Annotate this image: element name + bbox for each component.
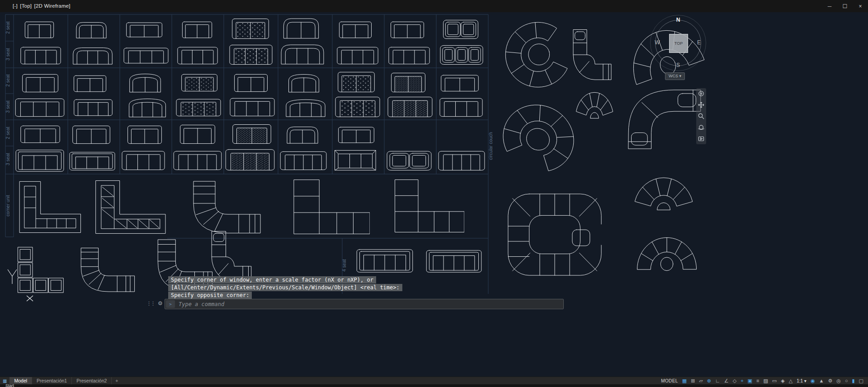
furniture-block[interactable] xyxy=(338,72,375,92)
command-line[interactable]: ＞ Type a command xyxy=(165,299,564,309)
navigation-wheel-icon[interactable] xyxy=(698,90,705,97)
furniture-block[interactable] xyxy=(230,45,272,65)
furniture-block[interactable] xyxy=(73,126,110,143)
furniture-block[interactable] xyxy=(294,180,370,234)
furniture-block[interactable] xyxy=(337,47,378,64)
furniture-block[interactable] xyxy=(289,75,319,92)
furniture-block[interactable] xyxy=(395,180,464,232)
furniture-block[interactable] xyxy=(281,45,324,64)
snap-icon[interactable]: ⊞ xyxy=(691,377,695,384)
lineweight-icon[interactable]: ≡ xyxy=(756,377,759,384)
furniture-block[interactable] xyxy=(443,20,478,38)
furniture-block[interactable] xyxy=(25,22,53,38)
ortho-icon[interactable]: ∟ xyxy=(715,377,720,384)
furniture-block[interactable] xyxy=(335,151,376,170)
furniture-block[interactable] xyxy=(23,74,58,92)
furniture-block[interactable] xyxy=(287,127,318,143)
furniture-block[interactable] xyxy=(573,30,611,80)
furniture-block[interactable] xyxy=(20,181,81,232)
furniture-block[interactable] xyxy=(441,75,479,91)
furniture-block[interactable] xyxy=(339,22,371,38)
furniture-block[interactable] xyxy=(129,99,166,117)
furniture-block[interactable] xyxy=(16,150,64,171)
compass-west[interactable]: W xyxy=(654,39,661,46)
dynamic-input-icon[interactable]: ⊕ xyxy=(707,377,711,384)
zoom-icon[interactable] xyxy=(698,113,705,120)
furniture-block[interactable] xyxy=(392,73,425,92)
layout-tab-presentación1[interactable]: Presentación1 xyxy=(32,377,72,384)
object-snap-icon[interactable]: ▣ xyxy=(748,377,752,384)
furniture-block[interactable] xyxy=(130,74,161,92)
isodraft-icon[interactable]: ◇ xyxy=(733,377,736,384)
pan-icon[interactable] xyxy=(698,101,705,109)
furniture-block[interactable] xyxy=(440,98,482,116)
polar-tracking-icon[interactable]: ∠ xyxy=(724,377,729,384)
furniture-block[interactable] xyxy=(440,46,483,65)
furniture-block[interactable] xyxy=(76,23,106,38)
furniture-block[interactable] xyxy=(174,151,222,170)
viewcube[interactable]: N S W E TOP xyxy=(650,15,706,71)
annotation-monitor-icon[interactable]: ◎ xyxy=(836,377,841,384)
furniture-block[interactable] xyxy=(387,151,431,170)
furniture-block[interactable] xyxy=(357,250,412,272)
furniture-block[interactable] xyxy=(230,98,274,116)
layout-quickview-icon[interactable]: ▦ xyxy=(0,378,9,383)
furniture-block[interactable] xyxy=(73,48,112,64)
furniture-block[interactable] xyxy=(232,19,269,39)
autoscale-icon[interactable]: ▲ xyxy=(819,377,824,384)
layout-tab-presentación2[interactable]: Presentación2 xyxy=(72,377,112,384)
wcs-dropdown[interactable]: WCS ▾ xyxy=(665,72,685,80)
furniture-block[interactable] xyxy=(283,19,318,38)
furniture-block[interactable] xyxy=(439,151,485,170)
furniture-block[interactable] xyxy=(182,74,217,91)
command-input[interactable]: Type a command xyxy=(179,301,224,307)
new-layout-button[interactable]: + xyxy=(112,378,122,383)
furniture-block[interactable] xyxy=(182,22,212,38)
infer-constraints-icon[interactable]: ▱ xyxy=(699,377,703,384)
orbit-icon[interactable] xyxy=(698,124,705,131)
furniture-block[interactable] xyxy=(96,181,165,234)
drawing-canvas[interactable]: 2 seat3 seat2 seat3 seat2 seat3 seatcorn… xyxy=(0,12,868,377)
model-space-view[interactable]: 2 seat3 seat2 seat3 seat2 seat3 seatcorn… xyxy=(0,12,868,377)
furniture-block[interactable] xyxy=(233,125,271,144)
furniture-block[interactable] xyxy=(178,47,217,64)
furniture-block[interactable] xyxy=(74,99,112,115)
clean-screen-icon[interactable]: ▢ xyxy=(859,377,863,384)
dynamic-ucs-icon[interactable]: △ xyxy=(789,377,793,384)
minimize-button[interactable]: ─ xyxy=(826,3,833,9)
grid-icon[interactable]: ▦ xyxy=(682,377,687,384)
transparency-icon[interactable]: ▨ xyxy=(763,377,768,384)
maximize-button[interactable]: ☐ xyxy=(842,3,848,9)
furniture-block[interactable] xyxy=(212,231,251,282)
furniture-block[interactable] xyxy=(280,151,326,170)
furniture-block[interactable] xyxy=(128,126,162,143)
furniture-block[interactable] xyxy=(193,181,260,233)
furniture-block[interactable] xyxy=(576,92,613,118)
furniture-block[interactable] xyxy=(335,97,380,117)
furniture-block[interactable] xyxy=(81,248,134,292)
furniture-block[interactable] xyxy=(495,94,585,176)
furniture-block[interactable] xyxy=(628,90,701,149)
furniture-block[interactable] xyxy=(74,76,106,91)
annotation-visibility-icon[interactable]: ◉ xyxy=(811,377,815,384)
customize-wrench-icon[interactable]: ⚙ xyxy=(158,300,163,307)
furniture-block[interactable] xyxy=(226,150,274,170)
furniture-block[interactable] xyxy=(389,47,429,64)
furniture-block[interactable] xyxy=(21,126,60,142)
furniture-block[interactable] xyxy=(508,194,602,275)
furniture-block[interactable] xyxy=(235,74,268,91)
isolate-objects-icon[interactable]: ○ xyxy=(845,377,848,384)
visual-style-controls[interactable]: [2D Wireframe] xyxy=(34,3,71,9)
annotation-scale-button[interactable]: 1:1 ▾ xyxy=(797,378,807,383)
furniture-block[interactable] xyxy=(15,99,64,116)
compass-north[interactable]: N xyxy=(675,17,682,23)
compass-south[interactable]: S xyxy=(675,62,682,68)
selection-cycling-icon[interactable]: ▭ xyxy=(772,377,777,384)
furniture-block[interactable] xyxy=(176,99,221,116)
compass-east[interactable]: E xyxy=(695,39,703,46)
furniture-block[interactable] xyxy=(122,151,165,170)
furniture-block[interactable] xyxy=(124,48,168,63)
furniture-block[interactable] xyxy=(498,17,571,94)
showmotion-icon[interactable] xyxy=(698,135,705,142)
osnap-tracking-icon[interactable]: + xyxy=(741,377,743,384)
